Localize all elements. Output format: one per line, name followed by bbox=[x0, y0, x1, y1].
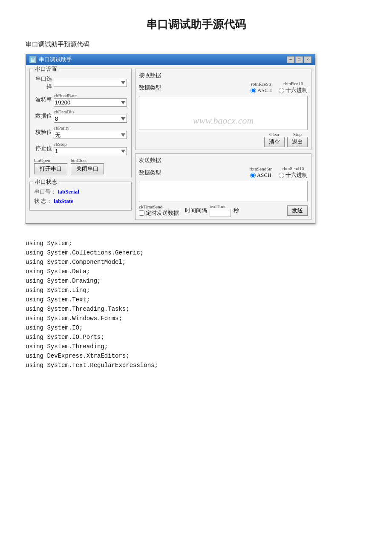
rbtn-send-16-label: rbtnSend16 bbox=[282, 166, 304, 171]
stop-btn-wrapper: Stop 退出 bbox=[287, 132, 308, 147]
databits-combo-wrapper: cbDataBits 8 bbox=[54, 109, 127, 123]
send-footer: ckTimeSend 定时发送数据 时间间隔 textTime 秒 发送 bbox=[139, 204, 308, 217]
serial-no-value: labSerial bbox=[58, 188, 79, 195]
rbtn-send-str-label: rbtnSendStr bbox=[249, 166, 272, 171]
send-group: 发送数据 数据类型 rbtnSendStr ASCII rbt bbox=[135, 153, 311, 220]
dialog-body: 串口设置 串口选择 波特率 cbBuadRate bbox=[26, 65, 315, 223]
send-radio-group: rbtnSendStr ASCII rbtnSend16 十六进制 bbox=[163, 166, 308, 179]
rbtn-rce-str-item: ASCII bbox=[251, 87, 272, 94]
code-line: using DevExpress.XtraEditors; bbox=[26, 353, 366, 359]
rbtn-rce-str-text: ASCII bbox=[257, 87, 272, 94]
code-line: using System.Collections.Generic; bbox=[26, 249, 366, 256]
code-line: using System.Text.RegularExpressions; bbox=[26, 362, 366, 369]
close-port-button[interactable]: 关闭串口 bbox=[71, 163, 104, 174]
rbtn-rce-16-label: rbtnRce16 bbox=[283, 81, 303, 86]
open-btn-label: btnOpen bbox=[34, 158, 67, 163]
rbtn-send-str-text: ASCII bbox=[257, 172, 271, 179]
open-port-button[interactable]: 打开串口 bbox=[34, 163, 67, 174]
parity-select[interactable]: 无 bbox=[54, 131, 127, 139]
ck-timer-checkbox[interactable] bbox=[139, 210, 144, 216]
parity-combo-label: cbParity bbox=[54, 125, 127, 130]
watermark-text: www.baocx.com bbox=[193, 115, 254, 126]
code-line: using System.Text; bbox=[26, 296, 366, 303]
stop-button[interactable]: 退出 bbox=[287, 137, 308, 147]
state-row: 状 态： labState bbox=[34, 197, 127, 205]
rbtn-send-str-item: ASCII bbox=[250, 172, 271, 179]
restore-button[interactable]: □ bbox=[295, 56, 303, 63]
stopbits-row: 停止位 cbStop 1 bbox=[34, 142, 127, 155]
code-section: using System;using System.Collections.Ge… bbox=[26, 240, 366, 369]
rbtn-send-16-text: 十六进制 bbox=[285, 171, 308, 179]
databits-select[interactable]: 8 bbox=[54, 115, 127, 123]
port-status-group: 串口状态 串口号： labSerial 状 态： labState bbox=[29, 182, 132, 211]
code-line: using System.Data; bbox=[26, 268, 366, 275]
baud-combo-wrapper: cbBuadRate 19200 bbox=[54, 93, 127, 107]
time-input-wrapper: textTime bbox=[210, 204, 231, 217]
databits-label: 数据位 bbox=[34, 112, 52, 120]
parity-row: 校验位 cbParity 无 bbox=[34, 125, 127, 139]
serial-combo-wrapper bbox=[54, 79, 127, 87]
recv-buttons: Clear 清空 Stop 退出 bbox=[139, 132, 308, 147]
baud-select[interactable]: 19200 bbox=[54, 98, 127, 107]
serial-row: 串口选择 bbox=[34, 75, 127, 90]
baud-row: 波特率 cbBuadRate 19200 bbox=[34, 93, 127, 107]
rbtn-rce-str-label: rbtnRceStr bbox=[251, 81, 271, 87]
code-line: using System.Linq; bbox=[26, 287, 366, 294]
recv-type-label: 数据类型 bbox=[139, 84, 161, 92]
code-line: using System; bbox=[26, 240, 366, 247]
serial-label: 串口选择 bbox=[34, 75, 52, 90]
code-line: using System.Threading; bbox=[26, 343, 366, 350]
serial-select[interactable] bbox=[54, 79, 127, 87]
serial-no-label: 串口号： bbox=[34, 188, 56, 196]
rbtn-send-16-radio[interactable] bbox=[279, 173, 284, 178]
open-btn-wrapper: btnOpen 打开串口 bbox=[34, 158, 67, 174]
port-buttons-row: btnOpen 打开串口 btnClose 关闭串口 bbox=[34, 158, 127, 174]
code-line: using System.Drawing; bbox=[26, 278, 366, 284]
stopbits-select[interactable]: 1 bbox=[54, 147, 127, 155]
right-panel: 接收数据 数据类型 rbtnRceStr ASCII rbtn bbox=[135, 69, 311, 220]
state-value: labState bbox=[54, 198, 73, 205]
ck-timer-label: ckTimeSend bbox=[139, 204, 179, 209]
port-settings-group: 串口设置 串口选择 波特率 cbBuadRate bbox=[29, 69, 132, 178]
rbtn-send-str-radio[interactable] bbox=[250, 173, 256, 178]
close-button[interactable]: × bbox=[304, 56, 311, 63]
send-type-label: 数据类型 bbox=[139, 169, 161, 176]
send-group-title: 发送数据 bbox=[139, 156, 161, 164]
dialog-window: 🖥 串口调试助手 ─ □ × 串口设置 串口选择 bbox=[26, 54, 315, 224]
text-time-label: textTime bbox=[210, 204, 231, 209]
code-line: using System.Threading.Tasks; bbox=[26, 306, 366, 312]
recv-type-row: 数据类型 rbtnRceStr ASCII rbtnRce16 bbox=[139, 81, 308, 94]
rbtn-rce-16-wrapper: rbtnRce16 十六进制 bbox=[279, 81, 308, 94]
stopbits-combo-wrapper: cbStop 1 bbox=[54, 142, 127, 155]
app-icon: 🖥 bbox=[29, 56, 36, 63]
port-settings-title: 串口设置 bbox=[33, 65, 59, 73]
minimize-button[interactable]: ─ bbox=[287, 56, 294, 63]
clear-btn-label: Clear bbox=[269, 132, 280, 137]
rbtn-rce-str-radio[interactable] bbox=[251, 88, 256, 93]
databits-row: 数据位 cbDataBits 8 bbox=[34, 109, 127, 123]
recv-area: www.baocx.com bbox=[139, 96, 308, 130]
titlebar-left: 🖥 串口调试助手 bbox=[29, 56, 72, 64]
code-line: using System.IO; bbox=[26, 324, 366, 331]
stop-btn-label: Stop bbox=[293, 132, 302, 137]
serial-no-row: 串口号： labSerial bbox=[34, 188, 127, 196]
send-button[interactable]: 发送 bbox=[287, 205, 308, 216]
recv-header: 接收数据 bbox=[139, 72, 308, 79]
dialog-controls: ─ □ × bbox=[287, 56, 311, 63]
code-line: using System.IO.Ports; bbox=[26, 334, 366, 341]
time-input[interactable] bbox=[210, 209, 231, 217]
parity-label: 校验位 bbox=[34, 128, 52, 136]
clear-button[interactable]: 清空 bbox=[264, 137, 285, 147]
timer-send-wrapper: ckTimeSend 定时发送数据 bbox=[139, 204, 179, 217]
close-btn-wrapper: btnClose 关闭串口 bbox=[71, 158, 104, 174]
page-title: 串口调试助手源代码 bbox=[26, 17, 366, 32]
baud-label: 波特率 bbox=[34, 96, 52, 104]
rbtn-rce-16-item: 十六进制 bbox=[279, 87, 308, 94]
rbtn-send-16-wrapper: rbtnSend16 十六进制 bbox=[279, 166, 308, 179]
code-line: using System.Windows.Forms; bbox=[26, 315, 366, 322]
baud-combo-label: cbBuadRate bbox=[54, 93, 127, 98]
rbtn-rce-16-radio[interactable] bbox=[279, 88, 284, 93]
time-interval-label: 时间间隔 bbox=[185, 207, 207, 214]
send-header: 发送数据 bbox=[139, 156, 308, 164]
send-area bbox=[139, 181, 308, 202]
